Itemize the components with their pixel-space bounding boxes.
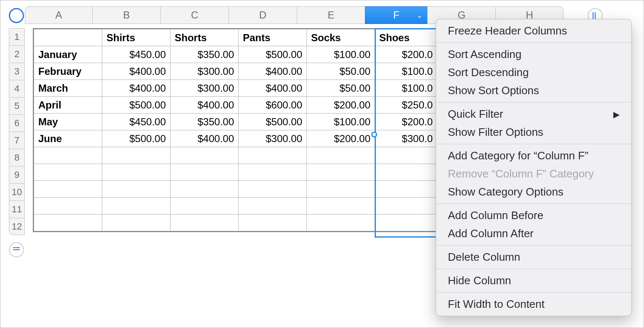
row-header-8[interactable]: 8 — [9, 149, 25, 166]
menu-add-category[interactable]: Add Category for “Column F” — [436, 147, 631, 165]
empty-cell[interactable] — [375, 181, 437, 198]
data-cell[interactable]: $200.00 — [307, 130, 375, 147]
row-header-10[interactable]: 10 — [9, 183, 25, 201]
menu-freeze-header-columns[interactable]: Freeze Header Columns — [436, 22, 631, 40]
data-cell[interactable]: $300.0 — [375, 130, 437, 147]
data-cell[interactable]: $100.0 — [375, 63, 437, 80]
empty-cell[interactable] — [170, 181, 239, 198]
data-cell[interactable]: $250.0 — [375, 97, 437, 114]
row-header-11[interactable]: 11 — [9, 201, 25, 218]
menu-show-filter-options[interactable]: Show Filter Options — [436, 123, 631, 141]
empty-cell[interactable] — [375, 147, 437, 164]
column-header-f[interactable]: F⌄ — [365, 6, 427, 24]
empty-cell[interactable] — [307, 181, 375, 198]
data-cell[interactable]: $100.00 — [307, 114, 375, 130]
data-cell[interactable]: $400.00 — [102, 63, 170, 80]
empty-cell[interactable] — [34, 198, 102, 214]
menu-fit-width-to-content[interactable]: Fit Width to Content — [436, 295, 631, 313]
data-cell[interactable]: $200.00 — [307, 97, 375, 114]
menu-hide-column[interactable]: Hide Column — [436, 272, 631, 290]
empty-cell[interactable] — [307, 198, 375, 214]
row-label[interactable]: June — [34, 130, 102, 147]
data-cell[interactable]: $50.00 — [307, 63, 375, 80]
column-header-c[interactable]: C — [160, 6, 229, 24]
row-label[interactable]: March — [34, 80, 102, 97]
empty-cell[interactable] — [34, 147, 102, 164]
data-cell[interactable]: $500.00 — [239, 46, 307, 63]
empty-cell[interactable] — [34, 164, 102, 181]
empty-cell[interactable] — [307, 147, 375, 164]
empty-cell[interactable] — [375, 164, 437, 181]
empty-cell[interactable] — [34, 181, 102, 198]
table-corner-handle[interactable] — [9, 8, 24, 23]
header-cell[interactable] — [34, 29, 102, 46]
data-cell[interactable]: $50.00 — [307, 80, 375, 97]
row-header-7[interactable]: 7 — [9, 132, 25, 149]
empty-cell[interactable] — [170, 147, 239, 164]
row-label[interactable]: January — [34, 46, 102, 63]
add-row-handle[interactable] — [9, 242, 24, 257]
data-cell[interactable]: $500.00 — [102, 130, 170, 147]
empty-cell[interactable] — [307, 164, 375, 181]
data-cell[interactable]: $350.00 — [170, 46, 239, 63]
column-header-d[interactable]: D — [229, 6, 297, 24]
empty-cell[interactable] — [239, 147, 307, 164]
data-cell[interactable]: $300.00 — [170, 63, 239, 80]
empty-cell[interactable] — [102, 181, 170, 198]
row-header-6[interactable]: 6 — [9, 114, 25, 132]
chevron-down-icon[interactable]: ⌄ — [417, 11, 422, 19]
data-cell[interactable]: $400.00 — [170, 130, 239, 147]
data-cell[interactable]: $400.00 — [239, 80, 307, 97]
menu-sort-ascending[interactable]: Sort Ascending — [436, 45, 631, 63]
menu-add-column-before[interactable]: Add Column Before — [436, 206, 631, 225]
data-cell[interactable]: $350.00 — [170, 114, 239, 130]
empty-cell[interactable] — [307, 214, 375, 231]
data-cell[interactable]: $100.0 — [375, 80, 437, 97]
row-header-2[interactable]: 2 — [9, 45, 25, 63]
data-cell[interactable]: $200.0 — [375, 114, 437, 130]
empty-cell[interactable] — [375, 198, 437, 214]
menu-sort-descending[interactable]: Sort Descending — [436, 63, 631, 82]
data-cell[interactable]: $300.00 — [239, 130, 307, 147]
data-cell[interactable]: $500.00 — [239, 114, 307, 130]
menu-add-column-after[interactable]: Add Column After — [436, 225, 631, 243]
row-header-12[interactable]: 12 — [9, 218, 25, 235]
empty-cell[interactable] — [34, 214, 102, 231]
menu-show-category-options[interactable]: Show Category Options — [436, 183, 631, 201]
row-header-5[interactable]: 5 — [9, 97, 25, 114]
header-cell[interactable]: Pants — [239, 29, 307, 46]
row-label[interactable]: February — [34, 63, 102, 80]
data-cell[interactable]: $500.00 — [102, 97, 170, 114]
column-header-a[interactable]: A — [25, 6, 92, 24]
empty-cell[interactable] — [102, 147, 170, 164]
header-cell[interactable]: Shorts — [170, 29, 239, 46]
empty-cell[interactable] — [239, 198, 307, 214]
menu-show-sort-options[interactable]: Show Sort Options — [436, 82, 631, 100]
empty-cell[interactable] — [170, 214, 239, 231]
spreadsheet-grid[interactable]: ShirtsShortsPantsSocksShoesJanuary$450.0… — [33, 28, 438, 232]
empty-cell[interactable] — [239, 214, 307, 231]
data-cell[interactable]: $400.00 — [102, 80, 170, 97]
row-label[interactable]: April — [34, 97, 102, 114]
menu-delete-column[interactable]: Delete Column — [436, 248, 631, 266]
menu-quick-filter[interactable]: Quick Filter▶ — [436, 105, 631, 123]
empty-cell[interactable] — [170, 198, 239, 214]
header-cell[interactable]: Shoes — [375, 29, 437, 46]
row-label[interactable]: May — [34, 114, 102, 130]
data-cell[interactable]: $600.00 — [239, 97, 307, 114]
row-header-3[interactable]: 3 — [9, 63, 25, 80]
data-cell[interactable]: $450.00 — [102, 114, 170, 130]
data-cell[interactable]: $100.00 — [307, 46, 375, 63]
empty-cell[interactable] — [239, 164, 307, 181]
empty-cell[interactable] — [375, 214, 437, 231]
column-header-b[interactable]: B — [92, 6, 160, 24]
empty-cell[interactable] — [170, 164, 239, 181]
row-header-4[interactable]: 4 — [9, 80, 25, 97]
row-header-9[interactable]: 9 — [9, 166, 25, 183]
data-cell[interactable]: $300.00 — [170, 80, 239, 97]
empty-cell[interactable] — [239, 181, 307, 198]
data-cell[interactable]: $400.00 — [239, 63, 307, 80]
header-cell[interactable]: Socks — [307, 29, 375, 46]
row-header-1[interactable]: 1 — [9, 28, 25, 45]
empty-cell[interactable] — [102, 164, 170, 181]
